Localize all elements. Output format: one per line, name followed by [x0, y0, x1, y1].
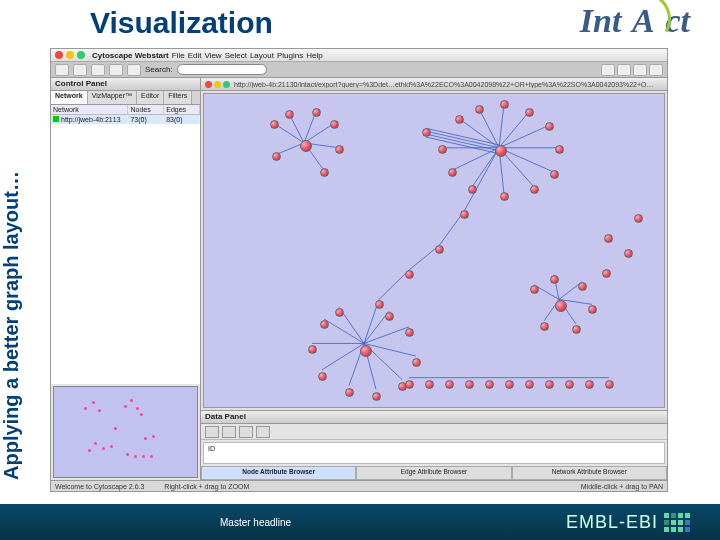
menu-select[interactable]: Select [225, 51, 247, 60]
graph-node[interactable] [318, 372, 327, 381]
graph-node[interactable] [485, 380, 494, 389]
close-icon[interactable] [55, 51, 63, 59]
tab-edge-attributes[interactable]: Edge Attribute Browser [356, 466, 511, 480]
toolbar-save-button[interactable] [73, 64, 87, 76]
graph-node[interactable] [475, 105, 484, 114]
data-panel-delete-button[interactable] [239, 426, 253, 438]
tab-editor[interactable]: Editor [137, 91, 164, 104]
graph-node[interactable] [405, 270, 414, 279]
toolbar-birdview-button[interactable] [617, 64, 631, 76]
graph-node[interactable] [425, 380, 434, 389]
graph-node[interactable] [345, 388, 354, 397]
graph-node[interactable] [270, 120, 279, 129]
menu-help[interactable]: Help [306, 51, 322, 60]
network-overview[interactable] [53, 386, 198, 478]
graph-node[interactable] [285, 110, 294, 119]
graph-node[interactable] [422, 128, 431, 137]
network-canvas[interactable] [203, 93, 665, 408]
graph-node[interactable] [460, 210, 469, 219]
col-edges[interactable]: Edges [164, 105, 200, 114]
graph-node[interactable] [588, 305, 597, 314]
zoom-icon[interactable] [223, 81, 230, 88]
graph-node[interactable] [465, 380, 474, 389]
embl-ebi-dots-icon [664, 513, 690, 532]
search-input[interactable] [177, 64, 267, 75]
graph-node[interactable] [505, 380, 514, 389]
graph-node[interactable] [604, 234, 613, 243]
graph-node[interactable] [545, 122, 554, 131]
menu-layout[interactable]: Layout [250, 51, 274, 60]
graph-node[interactable] [320, 320, 329, 329]
tab-node-attributes[interactable]: Node Attribute Browser [201, 466, 356, 480]
tab-network[interactable]: Network [51, 91, 88, 104]
graph-node[interactable] [500, 192, 509, 201]
graph-node[interactable] [385, 312, 394, 321]
col-nodes[interactable]: Nodes [128, 105, 164, 114]
minimize-icon[interactable] [66, 51, 74, 59]
graph-node[interactable] [525, 380, 534, 389]
graph-node[interactable] [405, 380, 414, 389]
graph-node[interactable] [312, 108, 321, 117]
graph-node[interactable] [448, 168, 457, 177]
graph-node[interactable] [412, 358, 421, 367]
graph-node[interactable] [308, 345, 317, 354]
graph-node[interactable] [330, 120, 339, 129]
data-panel-add-button[interactable] [222, 426, 236, 438]
toolbar-zoom-out-button[interactable] [109, 64, 123, 76]
toolbar-extra-button[interactable] [649, 64, 663, 76]
graph-node[interactable] [555, 145, 564, 154]
zoom-icon[interactable] [77, 51, 85, 59]
graph-node[interactable] [602, 269, 611, 278]
graph-node[interactable] [585, 380, 594, 389]
graph-node[interactable] [624, 249, 633, 258]
graph-node[interactable] [335, 308, 344, 317]
graph-node[interactable] [605, 380, 614, 389]
graph-node[interactable] [438, 145, 447, 154]
tab-vizmapper[interactable]: VizMapper™ [88, 91, 137, 104]
graph-node[interactable] [545, 380, 554, 389]
graph-node[interactable] [565, 380, 574, 389]
graph-node[interactable] [495, 145, 507, 157]
graph-node[interactable] [335, 145, 344, 154]
graph-node[interactable] [634, 214, 643, 223]
menu-view[interactable]: View [204, 51, 221, 60]
graph-node[interactable] [550, 170, 559, 179]
graph-node[interactable] [468, 185, 477, 194]
graph-node[interactable] [540, 322, 549, 331]
graph-node[interactable] [405, 328, 414, 337]
toolbar-open-button[interactable] [55, 64, 69, 76]
toolbar-help-button[interactable] [601, 64, 615, 76]
tab-network-attributes[interactable]: Network Attribute Browser [512, 466, 667, 480]
toolbar-panel-button[interactable] [633, 64, 647, 76]
graph-node[interactable] [300, 140, 312, 152]
graph-node[interactable] [435, 245, 444, 254]
graph-node[interactable] [550, 275, 559, 284]
minimize-icon[interactable] [214, 81, 221, 88]
graph-node[interactable] [530, 185, 539, 194]
graph-node[interactable] [445, 380, 454, 389]
table-row[interactable]: http://jweb-4b:2113 73(0) 83(0) [51, 115, 200, 124]
graph-node[interactable] [530, 285, 539, 294]
graph-node[interactable] [455, 115, 464, 124]
col-network[interactable]: Network [51, 105, 128, 114]
graph-node[interactable] [572, 325, 581, 334]
toolbar-fit-button[interactable] [127, 64, 141, 76]
graph-node[interactable] [578, 282, 587, 291]
graph-node[interactable] [375, 300, 384, 309]
close-icon[interactable] [205, 81, 212, 88]
tab-filters[interactable]: Filters [164, 91, 192, 104]
menu-plugins[interactable]: Plugins [277, 51, 303, 60]
graph-node[interactable] [525, 108, 534, 117]
menu-file[interactable]: File [172, 51, 185, 60]
svg-line-9 [499, 104, 504, 148]
graph-node[interactable] [372, 392, 381, 401]
graph-node[interactable] [555, 300, 567, 312]
menu-edit[interactable]: Edit [188, 51, 202, 60]
toolbar-zoom-in-button[interactable] [91, 64, 105, 76]
data-panel-select-button[interactable] [205, 426, 219, 438]
graph-node[interactable] [320, 168, 329, 177]
graph-node[interactable] [500, 100, 509, 109]
data-panel-copy-button[interactable] [256, 426, 270, 438]
graph-node[interactable] [272, 152, 281, 161]
graph-node[interactable] [360, 345, 372, 357]
